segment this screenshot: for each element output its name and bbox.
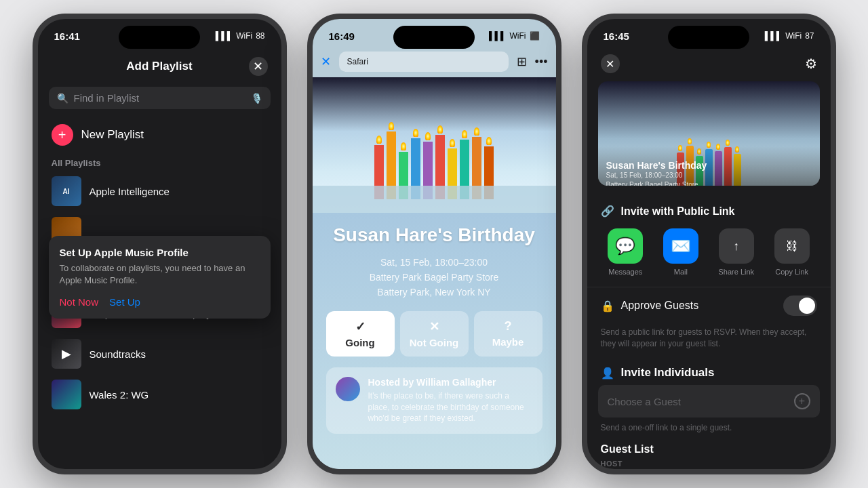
modal-header: Add Playlist ✕ (38, 49, 281, 84)
event-preview-image: Susan Hare's Birthday Sat, 15 Feb, 18:00… (598, 81, 820, 186)
signal-icon: ▌▌▌ (216, 31, 233, 41)
preview-date: Sat, 15 Feb, 18:00–23:00 (606, 171, 812, 180)
dynamic-island (119, 26, 200, 49)
link-icon: 🔗 (601, 205, 614, 218)
safari-bar[interactable]: Safari (339, 52, 509, 72)
hosted-by-label: Hosted by William Gallagher (368, 377, 533, 388)
going-button[interactable]: ✓ Going (326, 311, 395, 357)
approve-guests-left: 🔒 Approve Guests (601, 300, 699, 312)
flame (413, 129, 418, 137)
phone-event: 16:49 ▌▌▌ WiFi ⬛ ✕ Safari ⊞ ••• (307, 14, 561, 474)
event-date: Sat, 15 Feb, 18:00–23:00 (326, 255, 542, 270)
set-up-button[interactable]: Set Up (109, 296, 140, 308)
battery-icon: ⬛ (530, 31, 540, 41)
tooltip-actions: Not Now Set Up (60, 296, 260, 308)
new-playlist-label: New Playlist (81, 128, 144, 142)
browser-label: Safari (347, 57, 368, 66)
copy-link-item[interactable]: ⛓ Copy Link (774, 228, 810, 276)
not-now-button[interactable]: Not Now (60, 296, 99, 308)
flame (486, 137, 492, 145)
approve-guests-desc: Send a public link for guests to RSVP. W… (587, 324, 831, 358)
flame (376, 136, 382, 144)
status-time: 16:41 (54, 30, 80, 42)
flame (401, 142, 406, 150)
flame (425, 132, 431, 140)
search-bar[interactable]: 🔍 Find in Playlist 🎙️ (49, 87, 271, 109)
wifi-icon: WiFi (785, 31, 802, 41)
playlist-thumb: ▶ (52, 339, 81, 369)
invite-header: ✕ ⚙ (587, 49, 831, 81)
copy-icon: ⛓ (774, 228, 810, 264)
share-link-item[interactable]: ↑ Share Link (718, 228, 754, 276)
invite-individuals-title: Invite Individuals (621, 366, 715, 380)
wifi-icon: WiFi (510, 31, 526, 41)
going-icon: ✓ (355, 319, 366, 334)
event-hero-image (313, 77, 556, 213)
wifi-icon: WiFi (236, 31, 252, 41)
invite-public-link-section: 🔗 Invite with Public Link (587, 197, 831, 223)
flame (389, 122, 394, 130)
status-time: 16:45 (604, 30, 629, 42)
phone-invite: 16:45 ▌▌▌ WiFi 87 ✕ ⚙ Susan Hare's Birth… (582, 14, 836, 474)
list-item[interactable]: AI Apple Intelligence (38, 171, 281, 211)
dynamic-island (668, 26, 749, 49)
approve-guests-toggle[interactable] (783, 296, 817, 316)
mail-label: Mail (674, 268, 688, 276)
filter-icon[interactable]: ⚙ (805, 56, 817, 72)
status-icons: ▌▌▌ WiFi ⬛ (489, 31, 540, 41)
battery-icon: 87 (805, 31, 814, 41)
mic-icon[interactable]: 🎙️ (251, 93, 262, 104)
host-text: Hosted by William Gallagher It's the pla… (368, 377, 533, 424)
battery-icon: 88 (256, 31, 264, 41)
search-icon: 🔍 (57, 93, 68, 104)
event-location-1: Battery Park Bagel Party Store (326, 270, 542, 285)
not-going-icon: ✕ (429, 319, 439, 334)
hosted-card: Hosted by William Gallagher It's the pla… (326, 367, 542, 434)
section-header: All Playlists (38, 152, 281, 171)
playlist-name: Wales 2: WG (90, 389, 149, 401)
playlist-name: Soundtracks (90, 348, 146, 360)
event-preview-card: Susan Hare's Birthday Sat, 15 Feb, 18:00… (598, 81, 820, 186)
signal-icon: ▌▌▌ (489, 31, 507, 41)
modal-title: Add Playlist (71, 60, 249, 73)
list-item[interactable]: Wales 2: WG (38, 374, 281, 415)
choose-guest-row[interactable]: Choose a Guest + (598, 385, 820, 418)
mail-share-item[interactable]: ✉️ Mail (663, 228, 698, 276)
flame (726, 140, 730, 146)
dynamic-island (393, 26, 475, 49)
event-content: Susan Hare's Birthday Sat, 15 Feb, 18:00… (313, 213, 556, 469)
close-button[interactable]: ✕ (601, 54, 620, 73)
close-button[interactable]: ✕ (321, 54, 331, 69)
messages-share-item[interactable]: 💬 Messages (608, 228, 643, 276)
add-guest-button[interactable]: + (794, 393, 810, 409)
going-label: Going (345, 337, 374, 348)
share-icons-row: 💬 Messages ✉️ Mail ↑ Share Link ⛓ Copy L… (587, 223, 831, 287)
event-location-2: Battery Park, New York NY (326, 285, 542, 300)
flame (437, 125, 443, 134)
event-overlay: Susan Hare's Birthday Sat, 15 Feb, 18:00… (598, 146, 820, 186)
share-link-label: Share Link (718, 268, 754, 276)
status-time: 16:49 (329, 30, 355, 42)
event-title: Susan Hare's Birthday (326, 224, 542, 247)
flame (450, 139, 455, 147)
playlist-thumb (52, 380, 81, 409)
maybe-button[interactable]: ? Maybe (474, 311, 542, 357)
search-input[interactable]: Find in Playlist (74, 92, 245, 104)
flame (474, 127, 479, 136)
list-item[interactable]: ▶ Soundtracks (38, 333, 281, 374)
more-icon[interactable]: ••• (535, 55, 548, 69)
person-icon: 👤 (601, 367, 614, 380)
tooltip-title: Set Up Apple Music Profile (60, 247, 260, 258)
rsvp-row: ✓ Going ✕ Not Going ? Maybe (326, 311, 542, 357)
new-playlist-row[interactable]: + New Playlist (38, 117, 281, 152)
preview-title: Susan Hare's Birthday (606, 160, 812, 171)
playlist-list: AI Apple Intelligence Original Wales Tap… (38, 171, 281, 469)
playlist-thumb: AI (52, 176, 81, 206)
close-button[interactable]: ✕ (249, 57, 268, 76)
not-going-button[interactable]: ✕ Not Going (400, 311, 469, 357)
share-icon[interactable]: ⊞ (517, 54, 527, 69)
plus-icon: + (52, 124, 73, 146)
phone-music: 16:41 ▌▌▌ WiFi 88 Add Playlist ✕ 🔍 Find … (33, 14, 287, 474)
maybe-icon: ? (505, 319, 512, 333)
toggle-knob (799, 298, 815, 314)
